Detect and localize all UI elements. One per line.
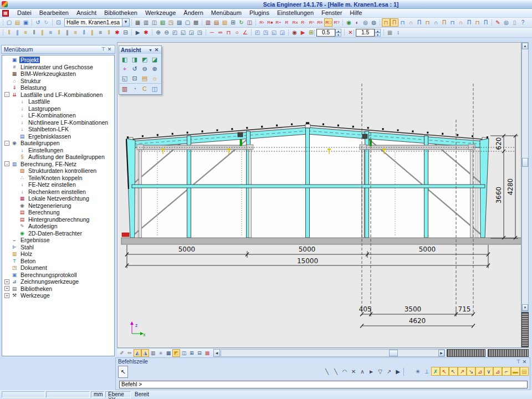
node-icon[interactable]: ∥ (63, 28, 71, 37)
frame-tool-icon[interactable]: ∩ (432, 18, 440, 27)
load-scale-spinner-value[interactable]: 1.5 (356, 29, 375, 37)
dock-window-icon[interactable]: ◱ (270, 28, 278, 37)
project-window-icon[interactable]: ⊡ (54, 18, 63, 27)
scroll-up-icon[interactable]: ▲ (522, 43, 528, 49)
camera-icon[interactable]: ◔ (130, 84, 140, 93)
vertical-scrollbar-thumb[interactable] (522, 158, 528, 167)
snap-length-icon[interactable]: ⌐ (502, 367, 511, 376)
refresh-icon[interactable]: ↻ (237, 18, 245, 27)
menu-item[interactable]: Plugins (245, 9, 273, 17)
tree-item[interactable]: ▣ Projekt (2, 57, 114, 64)
arc-beam-icon[interactable]: ≡ (96, 28, 105, 37)
horizontal-scrollbar-thumb[interactable] (389, 350, 398, 356)
tree-item[interactable]: ⇓ Belastung (2, 84, 114, 91)
menu-item[interactable]: Ansicht (73, 9, 100, 17)
snap-ne-icon[interactable]: ↗ (385, 367, 393, 376)
axo-view-icon[interactable]: ◪ (150, 54, 160, 64)
tree-expander[interactable]: + (4, 286, 9, 291)
zoom-all-icon[interactable]: ⊡ (130, 73, 140, 83)
menu-item[interactable]: Menübaum (207, 9, 245, 17)
beam-icon[interactable]: ‖ (5, 28, 13, 37)
dock-window-icon[interactable]: ◰ (253, 28, 262, 37)
help-icon[interactable]: ? (519, 18, 527, 27)
menu-tree-header[interactable]: Menübaum ⊤ ✕ (1, 45, 115, 54)
snap-line2-icon[interactable]: ╲ (331, 367, 340, 376)
snap-cursor-icon[interactable]: ► (367, 367, 376, 376)
gallery-icon[interactable]: ▨ (175, 18, 183, 27)
scroll-left-icon[interactable]: ◀ (213, 349, 220, 357)
frame-tool-icon[interactable]: ⊓ (423, 18, 432, 27)
pin-icon[interactable]: ⊤ (515, 359, 521, 365)
snap-peak-icon[interactable]: ∧ (358, 367, 367, 376)
command-line-header[interactable]: Befehlszeile ⊤ ✕ (116, 358, 530, 365)
undo-icon[interactable]: ↺ (34, 18, 42, 27)
tree-item[interactable]: § Auflistung der Bauteilgruppen (2, 154, 114, 161)
tree-expander[interactable]: + (4, 293, 9, 298)
tree-item[interactable]: - ◉ Bauteilgruppen (2, 140, 114, 147)
redo-icon[interactable]: ↻ (42, 18, 50, 27)
tree-item[interactable]: ◉ Netzgenerierung (2, 202, 114, 209)
render-plain-icon[interactable]: R (283, 18, 291, 27)
line-icon[interactable]: ─ (208, 28, 216, 37)
render-mode-icon[interactable]: ▦ (165, 349, 172, 357)
vertical-scrollbar[interactable]: ▲ ▼ (521, 42, 529, 311)
palette-icon[interactable]: ◐ (353, 18, 361, 27)
frame-tool-icon[interactable]: ⊓ (382, 18, 390, 27)
snap-tangent-icon[interactable]: ⊿ (475, 367, 484, 376)
menu-item[interactable]: Einstellungen (273, 9, 318, 17)
tree-item[interactable]: T Beton (2, 258, 114, 265)
tree-item[interactable]: - ⇊ Lastfälle und LF-Kombinationen (2, 91, 114, 99)
printer-icon[interactable]: ▥ (142, 18, 150, 27)
frame-tool-icon[interactable]: Π (390, 18, 398, 27)
coord-icon[interactable]: + (120, 64, 130, 73)
frame-tool-icon[interactable]: ⊓ (473, 18, 482, 27)
snap-pointer-icon[interactable]: ▶ (393, 367, 402, 376)
snap-ortho-icon[interactable]: ⊥ (422, 367, 431, 376)
spinner-up-icon[interactable]: ▲ (335, 29, 341, 33)
clipboard-view-icon[interactable]: ✐ (118, 349, 126, 357)
tree-item[interactable]: ↓ Nichtlineare LF-Kombinationen (2, 119, 114, 126)
tree-item[interactable]: ⊩ Stahl (2, 244, 114, 251)
close-icon[interactable]: ✕ (106, 47, 112, 52)
render-help-icon[interactable]: R? (332, 18, 341, 27)
menu-item[interactable]: Datei (13, 9, 35, 17)
tree-item[interactable]: ▧ Strukturdaten kontrollieren (2, 167, 114, 175)
clip-box-icon[interactable]: ◫ (180, 349, 188, 357)
print-preview-icon[interactable]: ◫ (150, 18, 158, 27)
selection-add-icon[interactable]: ⊕ (154, 28, 162, 37)
folder-view-icon[interactable]: ▤ (140, 73, 150, 83)
tree-expander[interactable]: - (4, 141, 9, 146)
render-lines-icon[interactable]: R≡ (316, 18, 324, 27)
circle-icon[interactable]: ○ (233, 28, 241, 37)
snap-folder-icon[interactable]: ▤ (520, 367, 529, 376)
frame-tool-icon[interactable]: ⊓ (448, 18, 457, 27)
tree-item[interactable]: ↓ Lastfälle (2, 98, 114, 105)
selection-prev-icon[interactable]: ◲ (187, 28, 196, 37)
frame-tool-icon[interactable]: ∩ (457, 18, 465, 27)
dock-window-icon[interactable]: ◳ (262, 28, 270, 37)
printer2-icon[interactable]: ▥ (204, 18, 212, 27)
tree-item[interactable]: ↓ Einstellungen (2, 147, 114, 154)
table-icon[interactable]: ⊞ (229, 18, 237, 27)
tree-item[interactable]: - ▥ Berechnung, FE-Netz (2, 161, 114, 168)
view-toolbar-header[interactable]: Ansicht ▼ ✕ (119, 46, 161, 54)
rib-icon[interactable]: ∥ (38, 28, 47, 37)
project-combobox[interactable]: Halle m. Kranen1.esa▼ (64, 18, 130, 27)
zoom-out-icon[interactable]: ⊖ (140, 64, 150, 73)
tree-item[interactable]: ▤ Berechnung (2, 209, 114, 216)
close-icon[interactable]: ✕ (521, 359, 528, 365)
haunch-icon[interactable]: ≡ (47, 28, 55, 37)
chevron-down-icon[interactable]: ▼ (147, 48, 154, 52)
tree-item[interactable]: ↓ FE-Netz einstellen (2, 181, 114, 188)
view-direction-icon[interactable]: ◮ (141, 349, 149, 357)
menu-item[interactable]: Bearbeiten (35, 9, 73, 17)
tree-item[interactable]: ↓ Lastgruppen (2, 105, 114, 112)
view-x-icon[interactable]: ◧ (120, 54, 130, 64)
snap-percent-icon[interactable]: ⊿ (493, 367, 502, 376)
tree-item[interactable]: ▣ Berechnungsprotokoll (2, 272, 114, 279)
tree-item[interactable]: ∴ Teile/Knoten koppeln (2, 175, 114, 182)
menu-item[interactable]: Werkzeuge (141, 9, 180, 17)
open-icon[interactable]: ▤ (13, 18, 22, 27)
tree-item[interactable]: + ⚒ Werkzeuge (2, 292, 114, 299)
snap-endpoint-icon[interactable]: ✗ (431, 367, 440, 376)
